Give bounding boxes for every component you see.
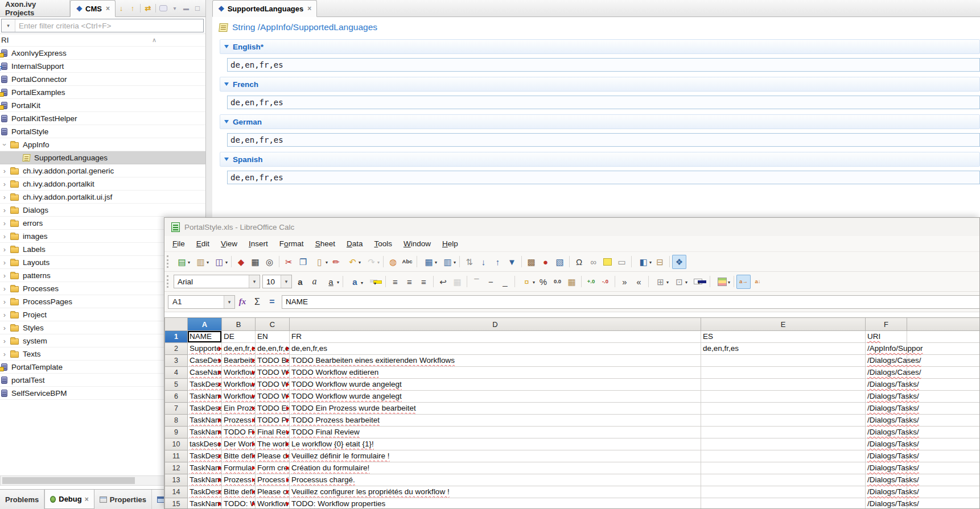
separator[interactable] [615, 276, 615, 287]
font-color-icon[interactable]: a [345, 275, 364, 289]
column-header-A[interactable]: A [188, 318, 222, 331]
cell[interactable] [701, 462, 866, 474]
separator[interactable] [514, 276, 515, 287]
expander-icon[interactable]: › [0, 350, 9, 358]
percent-format-icon[interactable]: % [536, 275, 550, 289]
grid-corner[interactable] [165, 318, 188, 331]
conditional-formatting-icon[interactable] [713, 275, 731, 289]
cell[interactable]: Processus chargé. [290, 474, 701, 486]
chevron-down-icon[interactable]: ▾ [281, 275, 291, 288]
column-header-g[interactable] [907, 318, 980, 331]
cell[interactable]: Workflow [222, 367, 256, 379]
tree-item[interactable]: AxonIvyExpress [0, 47, 205, 60]
cell[interactable]: TODO Be [256, 355, 290, 367]
menu-view[interactable]: View [215, 239, 243, 248]
menu-insert[interactable]: Insert [243, 239, 274, 248]
chevron-down-icon[interactable]: ▾ [224, 296, 234, 308]
separator[interactable] [569, 256, 570, 267]
expander-icon[interactable]: › [0, 245, 9, 254]
menu-tools[interactable]: Tools [368, 239, 398, 248]
spelling-icon[interactable]: Abc [400, 255, 414, 269]
cell[interactable]: TODO Fin [222, 427, 256, 438]
tree-item[interactable]: PortalConnector [0, 73, 205, 86]
decrease-indent-icon[interactable]: « [632, 275, 646, 289]
merge-cells-icon[interactable]: ▦ [450, 275, 464, 289]
row-header-8[interactable]: 8 [165, 415, 188, 427]
cell[interactable]: TaskDesc [188, 379, 222, 391]
tree-item[interactable]: › ch.ivy.addon.portal.generic [0, 164, 205, 177]
tree-item[interactable]: PortalExamples [0, 86, 205, 99]
cell[interactable]: TODO: W [222, 498, 256, 509]
text-top-to-bottom-icon[interactable]: a↓ [751, 275, 765, 289]
section-header[interactable]: English* [220, 39, 980, 54]
cell[interactable] [701, 474, 866, 486]
cell[interactable]: TaskDesc [188, 486, 222, 498]
link-with-editor-icon[interactable]: ⇄ [142, 3, 154, 14]
separator[interactable] [383, 256, 384, 267]
cell[interactable]: /AppInfo/Suppor [866, 343, 907, 355]
border-style-icon[interactable]: ⊡ [670, 275, 689, 289]
menu-help[interactable]: Help [437, 239, 464, 248]
cell[interactable]: Prozess g [222, 474, 256, 486]
tab-problems[interactable]: Problems [0, 490, 44, 509]
align-bottom-icon[interactable]: _ [498, 275, 512, 289]
cell[interactable]: Veuillez définir le formulaire ! [290, 450, 701, 462]
cell[interactable]: NAME [188, 331, 222, 343]
cell[interactable]: /Dialogs/Tasks/ [866, 438, 907, 450]
currency-format-icon[interactable]: ¤ [517, 275, 536, 289]
cell[interactable]: /Dialogs/Tasks/ [866, 498, 907, 509]
cell[interactable]: CaseDes [188, 355, 222, 367]
collapse-triangle-icon[interactable] [224, 158, 229, 161]
freeze-rows-columns-icon[interactable]: ◧ [634, 255, 653, 269]
separator[interactable] [417, 256, 417, 267]
cell[interactable]: TaskNam [188, 498, 222, 509]
move-down-icon[interactable]: ↓ [116, 3, 127, 14]
view-menu-icon[interactable]: ▾ [169, 3, 180, 14]
formula-icon[interactable]: = [265, 295, 279, 309]
menu-sheet[interactable]: Sheet [310, 239, 341, 248]
cell[interactable]: URI [866, 331, 907, 343]
headers-footers-icon[interactable]: ▭ [615, 255, 629, 269]
row-header-10[interactable]: 10 [165, 438, 188, 450]
translation-field[interactable]: de,en,fr,es [227, 133, 980, 147]
new-document-icon[interactable]: ▤ [172, 255, 191, 269]
separator[interactable] [155, 4, 156, 13]
row-header-9[interactable]: 9 [165, 427, 188, 438]
cell[interactable]: Workflow [222, 379, 256, 391]
collapse-triangle-icon[interactable] [224, 82, 229, 86]
cell[interactable]: de,en,fr,e [256, 343, 290, 355]
cell[interactable]: Final Revi [256, 427, 290, 438]
cell[interactable]: Please co [256, 486, 290, 498]
cell[interactable]: Veuillez configurer les propriétés du wo… [290, 486, 701, 498]
cell[interactable]: Le workflow {0} etait {1}! [290, 438, 701, 450]
collapse-triangle-icon[interactable] [224, 45, 229, 48]
separator[interactable] [648, 276, 649, 287]
cell[interactable]: TaskDesc [188, 403, 222, 415]
expander-icon[interactable]: › [1, 140, 9, 149]
tree-item[interactable]: › ch.ivy.addon.portalkit.ui.jsf [0, 191, 205, 204]
row-header-5[interactable]: 5 [165, 379, 188, 391]
row-header-1[interactable]: 1 [165, 331, 188, 343]
cell[interactable] [701, 355, 866, 367]
menu-data[interactable]: Data [341, 239, 369, 248]
name-box[interactable]: A1 ▾ [168, 295, 235, 309]
tab-debug[interactable]: Debug × [44, 490, 94, 509]
cell[interactable]: DE [222, 331, 256, 343]
cell[interactable]: TODO Prozess bearbeitet [290, 415, 701, 427]
maximize-icon[interactable]: □ [192, 3, 203, 14]
increase-indent-icon[interactable]: » [617, 275, 632, 289]
cell[interactable]: /Dialogs/Tasks/ [866, 403, 907, 415]
row-header-12[interactable]: 12 [165, 462, 188, 474]
expander-icon[interactable]: › [0, 232, 9, 241]
cell[interactable]: de,en,fr,es [701, 343, 866, 355]
expander-icon[interactable]: › [0, 206, 9, 214]
cell[interactable]: TODO Workflow editieren [290, 367, 701, 379]
show-draw-functions-icon[interactable]: ❖ [672, 255, 686, 269]
separator[interactable] [631, 256, 632, 267]
filter-input[interactable] [15, 19, 203, 32]
tree-item[interactable]: SupportedLanguages [0, 151, 205, 164]
separator[interactable] [433, 276, 434, 287]
expander-icon[interactable]: › [0, 337, 9, 345]
export-pdf-icon[interactable]: ◆ [234, 255, 248, 269]
save-icon[interactable]: ◫ [210, 255, 229, 269]
